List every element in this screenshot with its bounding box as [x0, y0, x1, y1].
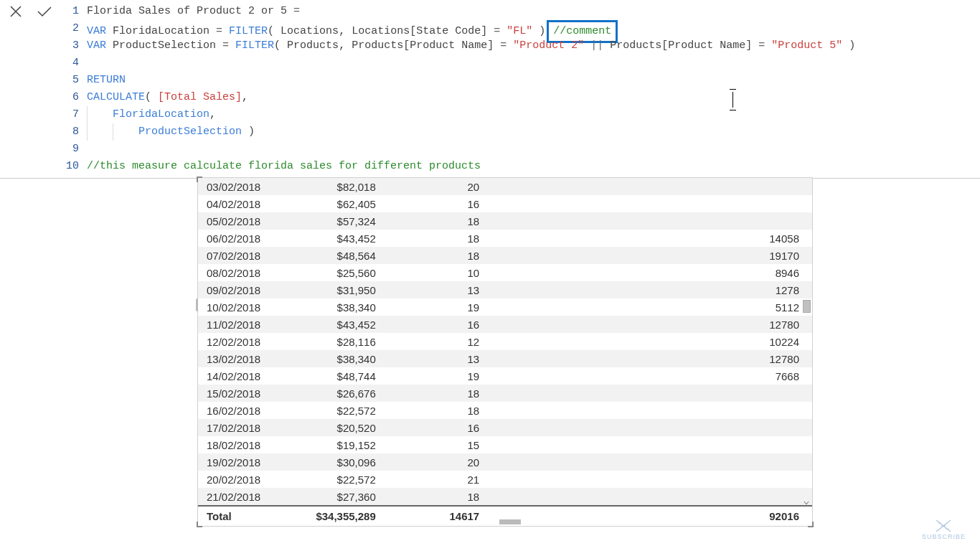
code-line-5: RETURN: [87, 72, 980, 89]
vertical-scrollbar[interactable]: [801, 181, 811, 507]
cell-date: 21/02/2018: [198, 488, 294, 505]
cell-value: [486, 178, 812, 195]
text-cursor: [732, 92, 733, 108]
cell-amount: $48,744: [294, 367, 383, 385]
line-number: 4: [66, 55, 79, 72]
cell-value: [486, 488, 812, 505]
cell-date: 10/02/2018: [198, 298, 294, 316]
table-row: 08/02/2018$25,560108946: [198, 264, 812, 281]
cell-value: 1278: [486, 281, 812, 298]
cell-date: 15/02/2018: [198, 385, 294, 402]
line-number: 5: [66, 72, 79, 89]
code-line-8: ProductSelection ): [87, 123, 980, 141]
cell-date: 20/02/2018: [198, 471, 294, 488]
cell-amount: $38,340: [294, 350, 383, 367]
scrollbar-thumb[interactable]: [803, 300, 811, 313]
dax-editor[interactable]: 12345678910 Florida Sales of Product 2 o…: [60, 0, 980, 178]
cell-amount: $20,520: [294, 419, 383, 436]
table-row: 17/02/2018$20,52016: [198, 419, 812, 436]
code-line-10: //this measure calculate florida sales f…: [87, 158, 980, 175]
cell-qty: 15: [383, 436, 486, 453]
cell-value: [486, 402, 812, 419]
table-row: 05/02/2018$57,32418: [198, 212, 812, 230]
table-row: 10/02/2018$38,340195112: [198, 298, 812, 316]
horizontal-scrollbar[interactable]: [198, 519, 812, 526]
cell-amount: $57,324: [294, 212, 383, 230]
cell-date: 08/02/2018: [198, 264, 294, 281]
code-content[interactable]: Florida Sales of Product 2 or 5 = VAR Fl…: [87, 3, 980, 175]
cell-qty: 19: [383, 298, 486, 316]
table-row: 14/02/2018$48,744197668: [198, 367, 812, 385]
cancel-button[interactable]: [7, 3, 24, 20]
cell-date: 03/02/2018: [198, 178, 294, 195]
line-number: 2: [66, 20, 79, 37]
table-row: 18/02/2018$19,15215: [198, 436, 812, 453]
table-row: 20/02/2018$22,57221: [198, 471, 812, 488]
cell-qty: 20: [383, 453, 486, 471]
line-number: 1: [66, 3, 79, 20]
cell-qty: 19: [383, 367, 486, 385]
cell-amount: $31,950: [294, 281, 383, 298]
cell-amount: $22,572: [294, 471, 383, 488]
hscroll-thumb[interactable]: [499, 519, 521, 524]
cell-amount: $43,452: [294, 230, 383, 247]
watermark-logo: SUBSCRIBE: [922, 519, 966, 540]
cell-amount: $25,560: [294, 264, 383, 281]
data-table: 03/02/2018$82,0182004/02/2018$62,4051605…: [198, 178, 812, 505]
cell-qty: 16: [383, 195, 486, 212]
cell-qty: 18: [383, 247, 486, 264]
scroll-down-icon[interactable]: [801, 498, 811, 507]
cell-value: [486, 471, 812, 488]
cell-qty: 12: [383, 333, 486, 350]
cell-qty: 18: [383, 488, 486, 505]
cell-value: 12780: [486, 316, 812, 333]
table-row: 21/02/2018$27,36018: [198, 488, 812, 505]
formula-actions: [0, 0, 60, 178]
cell-qty: 21: [383, 471, 486, 488]
cell-amount: $30,096: [294, 453, 383, 471]
cell-qty: 10: [383, 264, 486, 281]
cell-date: 12/02/2018: [198, 333, 294, 350]
line-number: 3: [66, 37, 79, 55]
cell-value: [486, 436, 812, 453]
cell-value: 12780: [486, 350, 812, 367]
cell-date: 11/02/2018: [198, 316, 294, 333]
results-table-visual[interactable]: 03/02/2018$82,0182004/02/2018$62,4051605…: [197, 177, 813, 527]
cell-date: 06/02/2018: [198, 230, 294, 247]
table-row: 15/02/2018$26,67618: [198, 385, 812, 402]
cell-qty: 20: [383, 178, 486, 195]
cell-qty: 18: [383, 385, 486, 402]
code-line-6: CALCULATE( [Total Sales],: [87, 89, 980, 106]
cell-qty: 13: [383, 281, 486, 298]
cell-amount: $28,116: [294, 333, 383, 350]
line-number: 8: [66, 123, 79, 141]
cell-amount: $62,405: [294, 195, 383, 212]
cell-date: 17/02/2018: [198, 419, 294, 436]
cell-value: [486, 212, 812, 230]
code-line-7: FloridaLocation,: [87, 106, 980, 123]
cell-amount: $38,340: [294, 298, 383, 316]
cell-amount: $19,152: [294, 436, 383, 453]
cell-value: 19170: [486, 247, 812, 264]
cell-date: 14/02/2018: [198, 367, 294, 385]
cell-date: 19/02/2018: [198, 453, 294, 471]
table-row: 03/02/2018$82,01820: [198, 178, 812, 195]
table-row: 09/02/2018$31,950131278: [198, 281, 812, 298]
cell-qty: 16: [383, 316, 486, 333]
line-number: 6: [66, 89, 79, 106]
table-row: 06/02/2018$43,4521814058: [198, 230, 812, 247]
table-row: 04/02/2018$62,40516: [198, 195, 812, 212]
dna-icon: [933, 519, 954, 533]
cell-value: 14058: [486, 230, 812, 247]
cell-amount: $27,360: [294, 488, 383, 505]
line-number: 7: [66, 106, 79, 123]
cell-value: [486, 419, 812, 436]
cell-qty: 16: [383, 419, 486, 436]
table-row: 11/02/2018$43,4521612780: [198, 316, 812, 333]
cell-date: 16/02/2018: [198, 402, 294, 419]
cell-qty: 18: [383, 230, 486, 247]
table-row: 19/02/2018$30,09620: [198, 453, 812, 471]
cell-date: 07/02/2018: [198, 247, 294, 264]
cell-amount: $48,564: [294, 247, 383, 264]
commit-button[interactable]: [36, 3, 53, 20]
